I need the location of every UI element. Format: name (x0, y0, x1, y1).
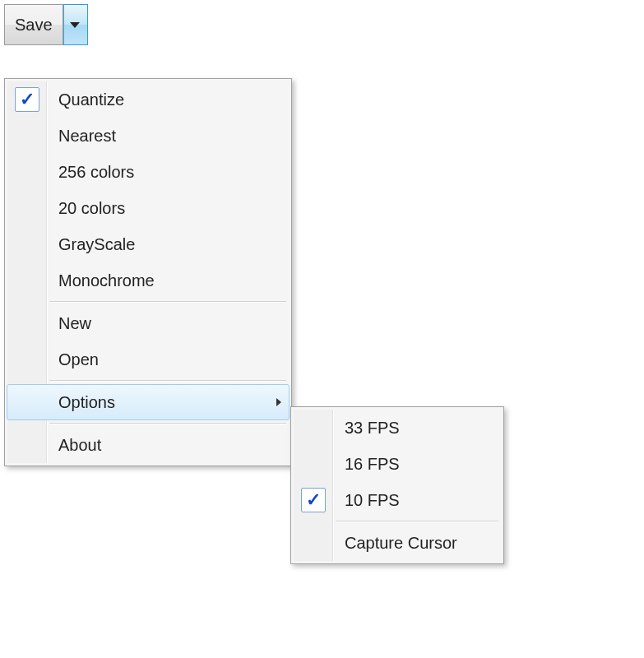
menu-separator (49, 299, 290, 305)
check-icon: ✓ (15, 87, 39, 112)
menu-item-label: Options (47, 393, 269, 412)
menu-item-label: 33 FPS (333, 419, 501, 438)
save-button-label: Save (15, 16, 53, 35)
menu-item-256-colors[interactable]: 256 colors (7, 154, 290, 190)
menu-item-grayscale[interactable]: GrayScale (7, 226, 290, 262)
menu-item-label: Capture Cursor (333, 534, 501, 553)
submenu-item-33fps[interactable]: 33 FPS (293, 410, 502, 446)
menu-item-options[interactable]: Options (7, 384, 290, 420)
menu-item-label: Nearest (47, 127, 289, 146)
menu-separator (49, 378, 290, 384)
menu-item-new[interactable]: New (7, 305, 290, 341)
submenu-item-10fps[interactable]: ✓ 10 FPS (293, 482, 502, 518)
menu-item-label: 10 FPS (333, 491, 501, 510)
menu-item-label: Monochrome (47, 271, 289, 290)
save-split-button[interactable]: Save (4, 4, 88, 45)
menu-item-about[interactable]: About (7, 427, 290, 463)
menu-item-label: Quantize (47, 90, 289, 109)
save-dropdown-arrow[interactable] (63, 4, 88, 45)
menu-item-label: 256 colors (47, 163, 289, 182)
menu-item-label: GrayScale (47, 235, 289, 254)
menu-item-20-colors[interactable]: 20 colors (7, 190, 290, 226)
save-button[interactable]: Save (4, 4, 63, 45)
menu-item-label: New (47, 314, 289, 333)
menu-item-open[interactable]: Open (7, 341, 290, 378)
menu-item-monochrome[interactable]: Monochrome (7, 262, 290, 299)
menu-separator (49, 420, 290, 427)
submenu-item-capture-cursor[interactable]: Capture Cursor (293, 525, 502, 561)
menu-item-label: 16 FPS (333, 455, 501, 474)
menu-item-label: Open (47, 350, 289, 369)
menu-item-label: About (47, 436, 289, 455)
check-icon: ✓ (301, 488, 326, 512)
context-menu: ✓ Quantize Nearest 256 colors 20 colors … (4, 78, 292, 466)
chevron-right-icon (276, 398, 281, 406)
submenu-item-16fps[interactable]: 16 FPS (293, 446, 502, 482)
chevron-down-icon (70, 22, 80, 28)
menu-item-label: 20 colors (47, 199, 289, 218)
menu-item-quantize[interactable]: ✓ Quantize (7, 81, 290, 118)
menu-item-nearest[interactable]: Nearest (7, 118, 290, 154)
options-submenu: 33 FPS 16 FPS ✓ 10 FPS Capture Cursor (290, 406, 504, 564)
menu-separator (336, 518, 502, 525)
